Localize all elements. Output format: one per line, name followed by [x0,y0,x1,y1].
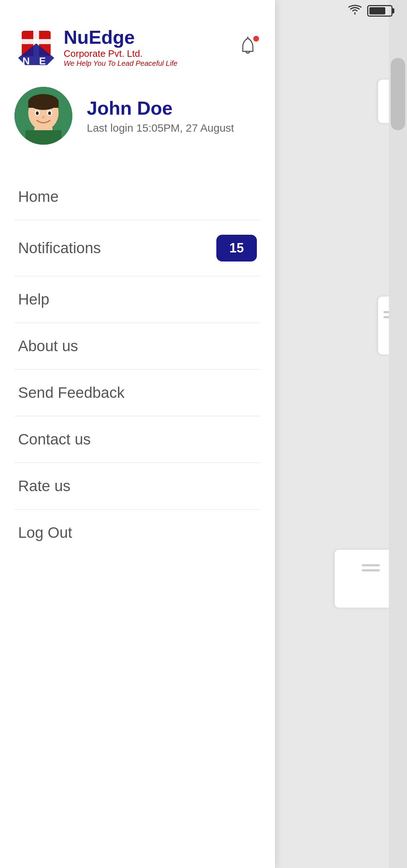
menu-item-rate-us[interactable]: Rate us [0,463,275,509]
profile-info: John Doe Last login 15:05PM, 27 August [87,97,234,134]
logo-name: NuEdge [64,26,177,48]
logo-subtitle: Corporate Pvt. Ltd. [64,48,177,59]
svg-point-15 [36,111,39,115]
wifi-icon [348,5,361,17]
menu-item-home[interactable]: Home [0,174,275,220]
svg-point-16 [48,111,51,115]
menu-item-label-help: Help [18,291,49,308]
svg-point-17 [42,116,45,119]
menu-item-label-log-out: Log Out [18,524,72,541]
svg-text:E: E [39,55,46,67]
menu-item-send-feedback[interactable]: Send Feedback [0,370,275,416]
svg-rect-12 [28,101,59,108]
background-area [275,0,407,868]
menu-item-label-home: Home [18,188,59,205]
profile-name: John Doe [87,97,234,119]
scrollbar-thumb[interactable] [391,58,405,130]
menu-item-label-notifications: Notifications [18,239,101,257]
screen: N E NuEdge Corporate Pvt. Ltd. We Help Y… [0,0,407,868]
logo-text: NuEdge Corporate Pvt. Ltd. We Help You T… [64,26,177,68]
menu-item-help[interactable]: Help [0,276,275,323]
profile-last-login: Last login 15:05PM, 27 August [87,122,234,134]
profile-section: John Doe Last login 15:05PM, 27 August [0,76,275,166]
svg-rect-2 [18,39,54,44]
notification-badge-notifications: 15 [216,235,257,261]
logo-icon: N E [14,25,58,69]
menu-item-label-send-feedback: Send Feedback [18,384,124,401]
battery-icon [367,5,393,17]
menu-item-contact-us[interactable]: Contact us [0,416,275,463]
svg-rect-9 [25,130,62,145]
scrollbar-track[interactable] [389,0,407,868]
drawer-panel: N E NuEdge Corporate Pvt. Ltd. We Help Y… [0,0,275,868]
menu-list: HomeNotifications15HelpAbout usSend Feed… [0,174,275,556]
status-bar [0,0,407,22]
avatar [14,87,72,145]
bell-notification-dot [253,36,259,42]
menu-item-label-about-us: About us [18,337,78,355]
svg-text:N: N [22,55,30,67]
bell-button[interactable] [235,34,260,60]
menu-item-notifications[interactable]: Notifications15 [0,220,275,276]
menu-item-label-rate-us: Rate us [18,477,71,495]
logo-container: N E NuEdge Corporate Pvt. Ltd. We Help Y… [14,25,177,69]
menu-item-log-out[interactable]: Log Out [0,510,275,556]
menu-item-about-us[interactable]: About us [0,323,275,369]
logo-tagline: We Help You To Lead Peaceful Life [64,59,177,68]
menu-item-label-contact-us: Contact us [18,431,91,448]
